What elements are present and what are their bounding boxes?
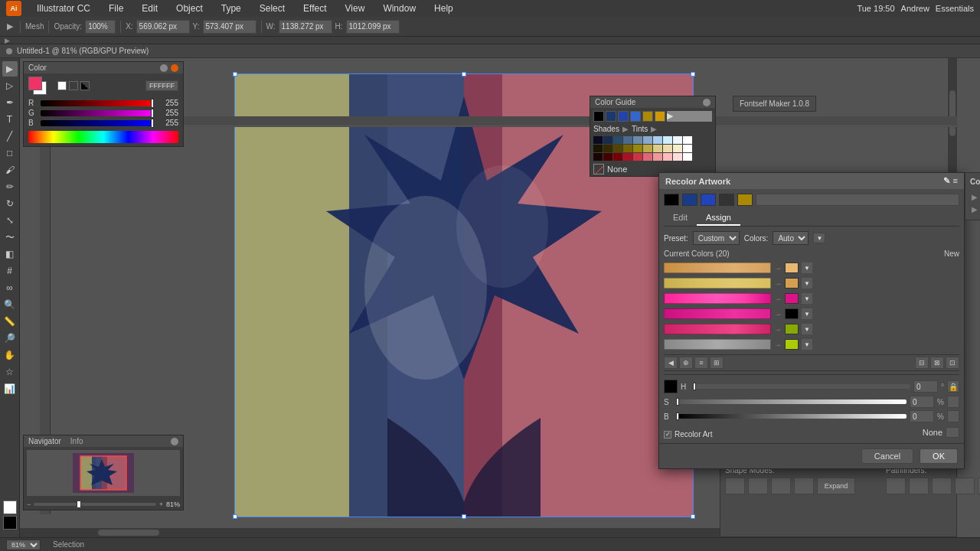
blend-tool[interactable]: ∞ — [2, 280, 18, 295]
warp-tool[interactable]: 〜 — [2, 230, 18, 245]
colors-options-btn[interactable]: ▼ — [813, 233, 825, 243]
shade-2-1[interactable] — [593, 145, 603, 152]
s-value-input[interactable] — [910, 396, 934, 408]
shade-2-9[interactable] — [673, 145, 682, 152]
fg-bg-swatches[interactable] — [28, 77, 48, 95]
status-zoom-select[interactable]: 81% — [6, 540, 41, 550]
menu-type[interactable]: Type — [218, 2, 244, 15]
action-btn-5[interactable]: ⊟ — [915, 357, 929, 369]
new-bar-6[interactable] — [785, 339, 799, 350]
w-input[interactable] — [279, 20, 332, 34]
s-slider[interactable] — [676, 399, 906, 404]
shade-2-7[interactable] — [653, 145, 662, 152]
none-swatch-recolor[interactable] — [946, 427, 959, 438]
r-thumb[interactable] — [151, 99, 154, 108]
shade-3-3[interactable] — [613, 153, 622, 161]
none-indicator[interactable] — [80, 81, 90, 90]
shape-mode-4[interactable] — [794, 478, 814, 494]
menu-select[interactable]: Select — [256, 2, 288, 15]
shade-3-7[interactable] — [653, 153, 662, 161]
menu-view[interactable]: View — [342, 2, 368, 15]
shade-8[interactable] — [663, 136, 672, 144]
menu-help[interactable]: Help — [431, 2, 456, 15]
eyedropper-tool[interactable]: 🔍 — [2, 297, 18, 312]
chip-gold[interactable] — [737, 194, 753, 206]
guide-color-4[interactable] — [642, 111, 653, 122]
hsb-color-swatch[interactable] — [664, 380, 678, 393]
h-slider[interactable] — [693, 384, 910, 389]
action-btn-6[interactable]: ⊠ — [930, 357, 944, 369]
shade-2-8[interactable] — [663, 145, 672, 152]
menu-window[interactable]: Window — [380, 2, 419, 15]
h-value-input[interactable] — [913, 380, 938, 393]
new-bar-1[interactable] — [785, 262, 799, 273]
shade-2-10[interactable] — [683, 145, 692, 152]
guide-expand-btn[interactable]: ▶ — [667, 111, 712, 122]
zoom-out-icon[interactable]: − — [27, 500, 31, 508]
h-thumb[interactable] — [693, 383, 696, 390]
recolor-art-checkbox[interactable]: ✓ — [664, 431, 671, 439]
color-guide-header[interactable]: Color Guide — [590, 96, 715, 108]
shade-9[interactable] — [673, 136, 682, 144]
r-slider[interactable] — [41, 100, 154, 106]
shade-3-4[interactable] — [623, 153, 632, 161]
none-swatch[interactable] — [593, 164, 604, 174]
chip-dark[interactable] — [719, 194, 734, 206]
new-bar-2[interactable] — [785, 278, 799, 289]
shape-mode-3[interactable] — [771, 478, 791, 494]
opacity-input[interactable] — [85, 20, 116, 34]
nav-thumbnail[interactable] — [27, 450, 180, 496]
hand-tool[interactable]: ✋ — [2, 347, 18, 363]
original-bar-2[interactable] — [664, 278, 771, 289]
b-slider[interactable] — [41, 120, 154, 126]
zoom-tool[interactable]: 🔎 — [2, 331, 18, 346]
action-btn-1[interactable]: ◀ — [664, 357, 678, 369]
original-bar-1[interactable] — [664, 262, 771, 273]
cg-item-grays[interactable]: ▶ Grays — [970, 203, 980, 215]
row-2-options[interactable]: ▼ — [802, 278, 812, 289]
menu-file[interactable]: File — [106, 2, 126, 15]
b-value-input[interactable] — [910, 410, 934, 422]
action-btn-4[interactable]: ⊞ — [710, 357, 724, 369]
chip-black[interactable] — [664, 194, 679, 206]
shade-3-5[interactable] — [633, 153, 642, 161]
edit-tab[interactable]: Edit — [664, 210, 697, 226]
shade-3-9[interactable] — [673, 153, 682, 161]
shade-3[interactable] — [613, 136, 622, 144]
row-1-options[interactable]: ▼ — [802, 262, 812, 273]
hex-value-display[interactable]: FFFFFF — [145, 80, 178, 91]
new-bar-5[interactable] — [785, 324, 799, 334]
rotate-tool[interactable]: ↻ — [2, 196, 18, 211]
navigator-header[interactable]: Navigator Info — [24, 435, 183, 447]
preset-select[interactable]: Custom — [693, 231, 740, 245]
b-thumb[interactable] — [676, 412, 679, 420]
guide-color-2[interactable] — [618, 111, 629, 122]
fill-swatch[interactable] — [3, 500, 17, 514]
panel-minimize-btn[interactable] — [160, 64, 168, 72]
foreground-swatch[interactable] — [28, 77, 42, 90]
shade-2-2[interactable] — [603, 145, 612, 152]
type-tool[interactable]: T — [2, 112, 18, 127]
tints-label[interactable]: Tints — [632, 125, 648, 133]
fill-indicator[interactable] — [57, 81, 67, 90]
new-bar-3[interactable] — [785, 293, 799, 304]
colors-count-select[interactable]: Auto — [773, 231, 808, 245]
pathfinder-1[interactable] — [886, 478, 906, 494]
recolor-more-icon[interactable]: ≡ — [953, 176, 958, 186]
zoom-thumb[interactable] — [77, 500, 81, 508]
menu-effect[interactable]: Effect — [300, 2, 329, 15]
s-lock-btn[interactable] — [947, 396, 959, 408]
row-3-options[interactable]: ▼ — [802, 293, 812, 304]
shade-2-6[interactable] — [643, 145, 652, 152]
expand-btn[interactable]: Expand — [817, 478, 855, 494]
mesh-tool[interactable]: # — [2, 263, 18, 279]
h-input[interactable] — [346, 20, 400, 34]
original-bar-6[interactable] — [664, 339, 771, 350]
stroke-swatch[interactable] — [3, 516, 17, 530]
guide-color-3[interactable] — [630, 111, 641, 122]
x-input[interactable] — [136, 20, 190, 34]
guide-minimize[interactable] — [703, 99, 710, 106]
v-scroll-thumb[interactable] — [949, 90, 956, 136]
doc-close-btn[interactable] — [6, 48, 12, 54]
action-btn-3[interactable]: ≡ — [694, 357, 708, 369]
